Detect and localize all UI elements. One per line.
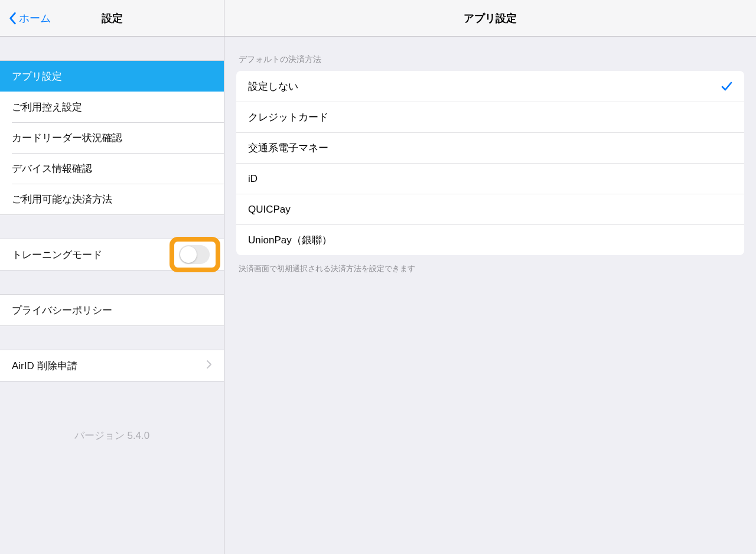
sidebar-group-training: トレーニングモード — [0, 239, 224, 271]
sidebar-item-label: ご利用可能な決済方法 — [12, 193, 112, 206]
sidebar-item-available-payment-methods[interactable]: ご利用可能な決済方法 — [12, 184, 224, 214]
sidebar-item-privacy-policy[interactable]: プライバシーポリシー — [0, 295, 224, 325]
settings-sidebar: ホーム 設定 アプリ設定 ご利用控え設定 カードリーダー状況確認 デバイス情報確… — [0, 0, 224, 554]
sidebar-header: ホーム 設定 — [0, 0, 224, 37]
payment-option-transit-emoney[interactable]: 交通系電子マネー — [236, 132, 744, 163]
sidebar-item-label: デバイス情報確認 — [12, 162, 92, 175]
sidebar-item-card-reader-status[interactable]: カードリーダー状況確認 — [12, 122, 224, 153]
payment-option-id[interactable]: iD — [236, 163, 744, 194]
detail-title: アプリ設定 — [224, 0, 756, 37]
sidebar-item-label: AirID 削除申請 — [12, 359, 77, 373]
app-root: ホーム 設定 アプリ設定 ご利用控え設定 カードリーダー状況確認 デバイス情報確… — [0, 0, 756, 554]
payment-option-unionpay[interactable]: UnionPay（銀聯） — [236, 224, 744, 255]
sidebar-item-label: トレーニングモード — [12, 248, 102, 262]
detail-pane: アプリ設定 デフォルトの決済方法 設定しない クレジットカード 交通系電子マネー — [224, 0, 756, 554]
sidebar-item-receipt-settings[interactable]: ご利用控え設定 — [0, 92, 224, 122]
sidebar-group-privacy: プライバシーポリシー — [0, 294, 224, 326]
checkmark-icon — [721, 81, 732, 92]
payment-option-quicpay[interactable]: QUICPay — [236, 194, 744, 224]
sidebar-item-device-info[interactable]: デバイス情報確認 — [12, 153, 224, 184]
section-footer-default-payment: 決済画面で初期選択される決済方法を設定できます — [239, 263, 744, 274]
section-header-default-payment: デフォルトの決済方法 — [239, 54, 744, 65]
sidebar-item-training-mode[interactable]: トレーニングモード — [0, 239, 224, 270]
option-label: 設定しない — [248, 80, 298, 93]
version-text: バージョン 5.4.0 — [0, 429, 224, 442]
sidebar-item-label: アプリ設定 — [12, 70, 62, 83]
sidebar-group-airid: AirID 削除申請 — [0, 350, 224, 382]
chevron-right-icon — [206, 360, 212, 372]
back-label: ホーム — [19, 11, 51, 25]
sidebar-item-label: ご利用控え設定 — [12, 100, 82, 114]
payment-option-credit-card[interactable]: クレジットカード — [236, 102, 744, 132]
back-button[interactable]: ホーム — [0, 11, 51, 25]
option-label: 交通系電子マネー — [248, 141, 328, 155]
detail-body: デフォルトの決済方法 設定しない クレジットカード 交通系電子マネー — [224, 37, 756, 274]
default-payment-option-list: 設定しない クレジットカード 交通系電子マネー iD — [236, 71, 744, 255]
sidebar-item-airid-delete[interactable]: AirID 削除申請 — [0, 350, 224, 381]
chevron-left-icon — [8, 12, 17, 25]
sidebar-item-label: プライバシーポリシー — [12, 304, 112, 317]
sidebar-item-label: カードリーダー状況確認 — [12, 131, 122, 145]
option-label: iD — [248, 173, 258, 185]
payment-option-none[interactable]: 設定しない — [236, 71, 744, 102]
option-label: UnionPay（銀聯） — [248, 233, 332, 247]
option-label: クレジットカード — [248, 110, 328, 124]
option-label: QUICPay — [248, 204, 291, 216]
sidebar-item-app-settings[interactable]: アプリ設定 — [0, 61, 224, 92]
sidebar-group-main: アプリ設定 ご利用控え設定 カードリーダー状況確認 デバイス情報確認 ご利用可能… — [0, 60, 224, 215]
toggle-knob — [180, 246, 197, 263]
training-mode-toggle[interactable] — [179, 245, 210, 264]
